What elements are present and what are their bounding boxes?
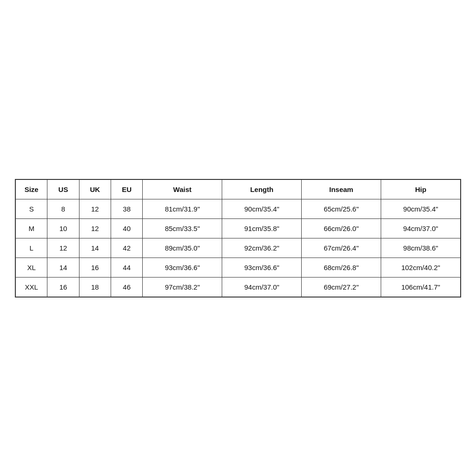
cell-us: 14 bbox=[47, 258, 79, 277]
cell-us: 8 bbox=[47, 199, 79, 218]
cell-us: 10 bbox=[47, 218, 79, 238]
header-hip: Hip bbox=[381, 179, 461, 199]
cell-waist: 97cm/38.2" bbox=[143, 277, 222, 297]
cell-inseam: 67cm/26.4" bbox=[302, 238, 381, 258]
table-row: S8123881cm/31.9"90cm/35.4"65cm/25.6"90cm… bbox=[16, 199, 461, 218]
header-size: Size bbox=[16, 179, 47, 199]
cell-eu: 44 bbox=[111, 258, 143, 277]
cell-eu: 40 bbox=[111, 218, 143, 238]
cell-waist: 93cm/36.6" bbox=[143, 258, 222, 277]
cell-length: 94cm/37.0" bbox=[222, 277, 302, 297]
cell-us: 16 bbox=[47, 277, 79, 297]
cell-inseam: 66cm/26.0" bbox=[302, 218, 381, 238]
cell-uk: 16 bbox=[79, 258, 111, 277]
cell-uk: 14 bbox=[79, 238, 111, 258]
cell-eu: 42 bbox=[111, 238, 143, 258]
cell-eu: 38 bbox=[111, 199, 143, 218]
cell-size: XL bbox=[16, 258, 47, 277]
cell-hip: 94cm/37.0" bbox=[381, 218, 461, 238]
cell-waist: 81cm/31.9" bbox=[143, 199, 222, 218]
cell-uk: 12 bbox=[79, 218, 111, 238]
table-row: XL14164493cm/36.6"93cm/36.6"68cm/26.8"10… bbox=[16, 258, 461, 277]
cell-eu: 46 bbox=[111, 277, 143, 297]
cell-length: 92cm/36.2" bbox=[222, 238, 302, 258]
size-chart-container: Size US UK EU Waist Length Inseam Hip S8… bbox=[15, 179, 461, 298]
table-row: L12144289cm/35.0"92cm/36.2"67cm/26.4"98c… bbox=[16, 238, 461, 258]
cell-length: 93cm/36.6" bbox=[222, 258, 302, 277]
cell-length: 90cm/35.4" bbox=[222, 199, 302, 218]
size-chart-table: Size US UK EU Waist Length Inseam Hip S8… bbox=[15, 179, 461, 297]
table-row: M10124085cm/33.5"91cm/35.8"66cm/26.0"94c… bbox=[16, 218, 461, 238]
cell-uk: 12 bbox=[79, 199, 111, 218]
cell-inseam: 65cm/25.6" bbox=[302, 199, 381, 218]
cell-size: M bbox=[16, 218, 47, 238]
cell-us: 12 bbox=[47, 238, 79, 258]
cell-inseam: 69cm/27.2" bbox=[302, 277, 381, 297]
cell-hip: 98cm/38.6" bbox=[381, 238, 461, 258]
cell-size: L bbox=[16, 238, 47, 258]
cell-size: S bbox=[16, 199, 47, 218]
table-row: XXL16184697cm/38.2"94cm/37.0"69cm/27.2"1… bbox=[16, 277, 461, 297]
cell-hip: 90cm/35.4" bbox=[381, 199, 461, 218]
header-inseam: Inseam bbox=[302, 179, 381, 199]
header-uk: UK bbox=[79, 179, 111, 199]
cell-uk: 18 bbox=[79, 277, 111, 297]
header-eu: EU bbox=[111, 179, 143, 199]
cell-waist: 85cm/33.5" bbox=[143, 218, 222, 238]
header-length: Length bbox=[222, 179, 302, 199]
cell-size: XXL bbox=[16, 277, 47, 297]
cell-waist: 89cm/35.0" bbox=[143, 238, 222, 258]
header-waist: Waist bbox=[143, 179, 222, 199]
header-us: US bbox=[47, 179, 79, 199]
cell-hip: 102cm/40.2" bbox=[381, 258, 461, 277]
cell-hip: 106cm/41.7" bbox=[381, 277, 461, 297]
cell-length: 91cm/35.8" bbox=[222, 218, 302, 238]
cell-inseam: 68cm/26.8" bbox=[302, 258, 381, 277]
table-header-row: Size US UK EU Waist Length Inseam Hip bbox=[16, 179, 461, 199]
